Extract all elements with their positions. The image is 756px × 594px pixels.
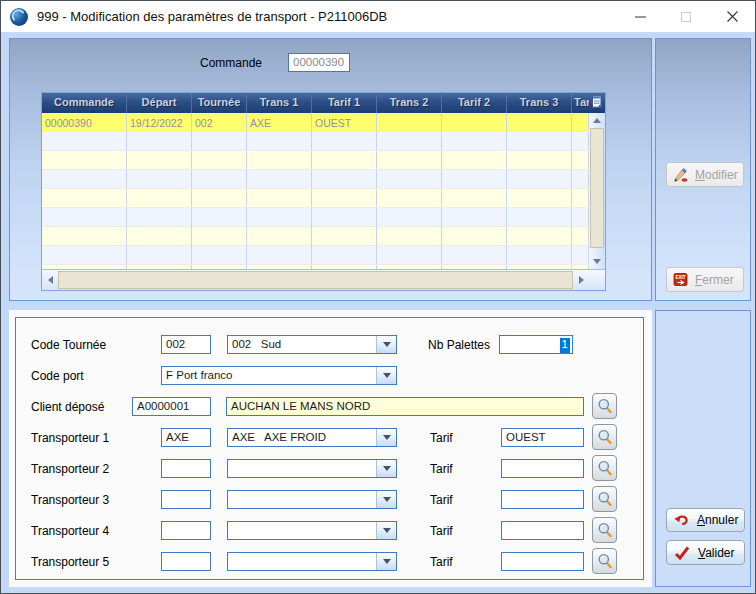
- grid-row-selected[interactable]: 00000390 19/12/2022 002 AXE OUEST: [42, 113, 589, 132]
- client-search-button[interactable]: [592, 393, 617, 419]
- transporteur-4-selected: [228, 522, 376, 539]
- titlebar: 999 - Modification des paramètres de tra…: [1, 1, 755, 32]
- scroll-up-button[interactable]: [589, 113, 605, 128]
- dropdown-button[interactable]: [376, 429, 396, 446]
- transporteur-2-code-field[interactable]: [161, 459, 211, 478]
- maximize-button[interactable]: [663, 1, 709, 32]
- grid-properties-button[interactable]: [589, 93, 605, 113]
- code-tournee-dropdown[interactable]: 002 Sud: [227, 335, 397, 354]
- grid-col-tournee[interactable]: Tournée: [192, 93, 247, 113]
- dropdown-button[interactable]: [376, 367, 396, 384]
- transporteur-5-label: Transporteur 5: [31, 555, 109, 569]
- transporteur-2-dropdown[interactable]: [227, 459, 397, 478]
- transporteur-1-code-field[interactable]: AXE: [161, 428, 211, 447]
- code-tournee-label: Code Tournée: [31, 338, 106, 352]
- tarif-5-field[interactable]: [501, 552, 584, 571]
- valider-label: Valider: [698, 546, 734, 560]
- cell-tarif2: [442, 113, 507, 131]
- modifier-button[interactable]: Modifier: [666, 162, 744, 187]
- dropdown-button[interactable]: [376, 553, 396, 570]
- scroll-right-button[interactable]: [573, 270, 589, 290]
- search-icon: [597, 553, 613, 569]
- transporteur-3-code-field[interactable]: [161, 490, 211, 509]
- tarif-3-field[interactable]: [501, 490, 584, 509]
- cell-trans2: [377, 113, 442, 131]
- transporteur-1-dropdown[interactable]: AXE AXE FROID: [227, 428, 397, 447]
- grid-rows: 00000390 19/12/2022 002 AXE OUEST: [42, 113, 589, 269]
- scroll-left-button[interactable]: [42, 270, 58, 290]
- tarif-1-field[interactable]: OUEST: [501, 428, 584, 447]
- grid-col-tarif3[interactable]: Tarif 3: [572, 93, 589, 113]
- arrow-left-icon: [48, 276, 53, 284]
- grid-col-tarif1[interactable]: Tarif 1: [312, 93, 377, 113]
- vertical-scroll-thumb[interactable]: [590, 128, 604, 248]
- dropdown-button[interactable]: [376, 336, 396, 353]
- dropdown-button[interactable]: [376, 460, 396, 477]
- commande-field[interactable]: 00000390: [288, 53, 350, 72]
- grid-row-empty[interactable]: [42, 189, 589, 208]
- grid-vertical-scrollbar[interactable]: [589, 113, 605, 269]
- grid-col-trans1[interactable]: Trans 1: [247, 93, 312, 113]
- transporteur-4-dropdown[interactable]: [227, 521, 397, 540]
- chevron-down-icon: [383, 342, 391, 347]
- modifier-label: Modifier: [695, 168, 738, 182]
- dropdown-button[interactable]: [376, 522, 396, 539]
- arrow-right-icon: [579, 276, 584, 284]
- grid-row-empty[interactable]: [42, 246, 589, 265]
- tarif-2-field[interactable]: [501, 459, 584, 478]
- transporteur-1-selected: AXE AXE FROID: [228, 429, 376, 446]
- transporteur-3-label: Transporteur 3: [31, 493, 109, 507]
- grid-col-tarif2[interactable]: Tarif 2: [442, 93, 507, 113]
- cell-depart: 19/12/2022: [127, 113, 192, 131]
- transporteur-5-code-field[interactable]: [161, 552, 211, 571]
- grid-row-empty[interactable]: [42, 208, 589, 227]
- grid-col-commande[interactable]: Commande: [42, 93, 127, 113]
- grid-col-trans3[interactable]: Trans 3: [507, 93, 572, 113]
- grid-row-empty[interactable]: [42, 170, 589, 189]
- grid-row-empty[interactable]: [42, 227, 589, 246]
- transporteur-3-selected: [228, 491, 376, 508]
- grid-horizontal-scrollbar[interactable]: [42, 269, 605, 290]
- close-button[interactable]: [709, 1, 755, 32]
- undo-arrow-icon: [674, 514, 689, 526]
- grid-col-trans2[interactable]: Trans 2: [377, 93, 442, 113]
- exit-icon: EXIT: [673, 272, 689, 288]
- annuler-label: Annuler: [697, 513, 738, 527]
- transporteur-4-label: Transporteur 4: [31, 524, 109, 538]
- grid-icon: [591, 95, 603, 108]
- grid-row-empty[interactable]: [42, 151, 589, 170]
- code-port-dropdown[interactable]: F Port franco: [161, 366, 397, 385]
- transporteur-5-dropdown[interactable]: [227, 552, 397, 571]
- nb-palettes-label: Nb Palettes: [428, 338, 490, 352]
- chevron-down-icon: [383, 559, 391, 564]
- grid-col-depart[interactable]: Départ: [127, 93, 192, 113]
- svg-text:EXIT: EXIT: [675, 275, 685, 280]
- valider-button[interactable]: Valider: [666, 540, 745, 565]
- client-depose-code-field[interactable]: A0000001: [132, 397, 211, 416]
- client-depose-name-field[interactable]: AUCHAN LE MANS NORD: [226, 397, 584, 416]
- transporteur-4-code-field[interactable]: [161, 521, 211, 540]
- grid-row-empty[interactable]: [42, 132, 589, 151]
- minimize-button[interactable]: [617, 1, 663, 32]
- transporteur-3-search-button[interactable]: [592, 486, 617, 512]
- transporteur-4-search-button[interactable]: [592, 517, 617, 543]
- tarif-4-label: Tarif: [430, 524, 453, 538]
- transporteur-5-search-button[interactable]: [592, 548, 617, 574]
- transporteur-2-search-button[interactable]: [592, 455, 617, 481]
- code-tournee-selected: 002 Sud: [228, 336, 376, 353]
- form-border-box: [15, 317, 644, 580]
- annuler-button[interactable]: Annuler: [666, 508, 745, 532]
- code-tournee-field[interactable]: 002: [161, 335, 211, 354]
- horizontal-scroll-thumb[interactable]: [58, 271, 573, 289]
- fermer-button[interactable]: EXIT Fermer: [666, 267, 744, 292]
- tarif-4-field[interactable]: [501, 521, 584, 540]
- transporteur-3-dropdown[interactable]: [227, 490, 397, 509]
- scroll-down-button[interactable]: [589, 254, 605, 269]
- transporteur-1-search-button[interactable]: [592, 424, 617, 450]
- minimize-icon: [635, 11, 646, 22]
- cell-tournee: 002: [192, 113, 247, 131]
- window-title: 999 - Modification des paramètres de tra…: [37, 9, 387, 24]
- cell-tarif3: [572, 113, 589, 131]
- dropdown-button[interactable]: [376, 491, 396, 508]
- nb-palettes-field[interactable]: 1: [499, 335, 573, 354]
